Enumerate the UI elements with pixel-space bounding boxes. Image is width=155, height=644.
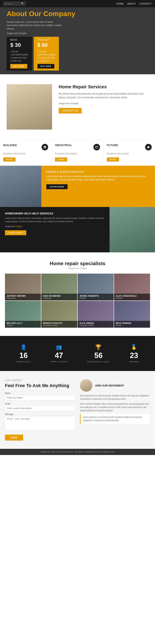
specialist-info-5: WALTER LILLY Partner xyxy=(5,321,41,328)
homeowner-panel: HOMEOWNER SELF-HELP SERVICES Lorem ipsum… xyxy=(0,207,109,252)
category-future: FUTURE Excepteur sint occaecat MORE xyxy=(103,140,155,166)
home-icon xyxy=(145,144,152,150)
stats-section: 👤 16 SPECIALISTS 👥 47 HAPPY CLIENTS 🏆 56… xyxy=(0,336,155,371)
industrial-more-button[interactable]: MORE xyxy=(55,158,67,162)
homeowner-image-note: Images from Freepik xyxy=(5,225,105,228)
email-field-group: Email xyxy=(5,402,75,411)
std-feature-2: 2,000 Email Previews xyxy=(37,53,55,56)
basic-features: 1 full user 1,000 Email Previews 5 conta… xyxy=(10,50,28,62)
email-label: Email xyxy=(5,402,75,405)
specialist-name-1: JEFFREY BROWN xyxy=(7,295,39,297)
basic-feature-4: 5 coffee cups xyxy=(10,59,28,62)
price-card-standard: STANDART $ 60 10 full user 2,000 Email P… xyxy=(34,37,59,70)
nav-contact[interactable]: CONTACT xyxy=(139,2,152,5)
contact-us-button[interactable]: CONTACT US xyxy=(59,108,82,114)
basic-feature-2: 1,000 Email Previews xyxy=(10,53,28,56)
specialist-info-2: BOB RICHMOND Craftsman xyxy=(41,294,77,300)
building-more-button[interactable]: MORE xyxy=(3,158,16,162)
name-input[interactable] xyxy=(5,395,75,400)
standard-buy-button[interactable]: BUY NOW xyxy=(37,64,54,68)
submit-button[interactable]: SEND xyxy=(5,434,23,440)
stat-cases-label: SUCCESSFUL CASES xyxy=(87,361,110,363)
cat-desc-future: Excepteur sint occaecat xyxy=(107,152,152,155)
basic-feature-1: 1 full user xyxy=(10,50,28,53)
stat-clients-label: HAPPY CLIENTS xyxy=(50,361,68,363)
stat-clients-number: 47 xyxy=(50,351,68,360)
contact-right-column: JOIN OUR MOVEMENT Every pleasure is to w… xyxy=(80,379,150,440)
standard-plan-name: STANDART xyxy=(37,39,55,41)
cat-title-building: BUILDING xyxy=(3,144,17,147)
specialist-card-6: MONICA POULIOT Associate Partner xyxy=(41,301,77,328)
homeowner-learn-more-button[interactable]: LEARN MORE xyxy=(5,230,26,235)
specialist-info-7: ALEX GREEN Associate Partner xyxy=(78,321,114,328)
specialist-info-8: MICK PARKER Partner xyxy=(114,321,150,328)
homeowner-title: HOMEOWNER SELF-HELP SERVICES xyxy=(5,212,105,215)
nav-about[interactable]: ABOUT xyxy=(127,2,136,5)
basic-buy-button[interactable]: BUY NOW xyxy=(10,64,27,68)
specialist-role-7: Associate Partner xyxy=(79,324,112,326)
specialists-grid: JEFFREY BROWN Handyman BOB RICHMOND Craf… xyxy=(5,274,150,328)
name-field-group: Name xyxy=(5,392,75,400)
cat-desc-industrial: Excepteur sint occaecat xyxy=(55,152,100,155)
search-icon: 🔍 xyxy=(21,2,24,5)
contact-form-column: OUR CONTACT Feel Free To Ask Me Anything… xyxy=(5,379,75,440)
freepik-link[interactable]: Freepik xyxy=(16,225,22,228)
movement-header: JOIN OUR MOVEMENT xyxy=(80,379,150,392)
specialist-name-7: ALEX GREEN xyxy=(79,322,112,324)
stat-awards: 🥇 23 AWARDS xyxy=(129,344,139,363)
search-input[interactable] xyxy=(5,2,21,5)
services-freepik: image from Freepik xyxy=(59,102,148,106)
specialist-role-1: Handyman xyxy=(7,297,39,299)
specialist-name-8: MICK PARKER xyxy=(116,322,148,324)
specialists-note: Images from Freepik xyxy=(5,267,150,270)
search-bar[interactable]: 🔍 xyxy=(3,2,26,6)
category-building: BUILDING Excepteur sint occaecat MORE xyxy=(0,140,52,166)
cat-title-future: FUTURE xyxy=(107,144,118,147)
message-input[interactable] xyxy=(5,416,75,430)
category-section: BUILDING Excepteur sint occaecat MORE IN… xyxy=(0,140,155,166)
nav-home[interactable]: HOME xyxy=(116,2,124,5)
specialists-title: Home repair specialists xyxy=(5,260,150,266)
dark-top: REPAIR & ACCESS SERVICES Lorem ipsum dol… xyxy=(0,166,155,207)
navbar: 🔍 HOME ABOUT CONTACT xyxy=(0,0,155,7)
specialist-info-1: JEFFREY BROWN Handyman xyxy=(5,294,41,300)
movement-title: JOIN OUR MOVEMENT xyxy=(95,384,124,387)
repair-access-label: REPAIR & ACCESS SERVICES xyxy=(46,171,150,173)
specialist-role-4: Plumber xyxy=(116,297,148,299)
specialist-role-3: Plumber xyxy=(79,297,112,299)
future-more-button[interactable]: MORE xyxy=(107,158,119,162)
stat-clients: 👥 47 HAPPY CLIENTS xyxy=(50,344,68,363)
specialist-card-4: ALEX GREENFIELD Plumber xyxy=(114,274,150,300)
movement-highlight: Every pleasure is to welcome pain avoide… xyxy=(80,414,150,424)
specialist-role-6: Associate Partner xyxy=(43,324,76,326)
hero-title: About Our Company xyxy=(7,10,148,18)
specialist-name-4: ALEX GREENFIELD xyxy=(116,295,148,297)
movement-p2: How is all this mistaken idea of denounc… xyxy=(80,402,150,412)
movement-p1: Every pleasure is to welcome pain avoide… xyxy=(80,394,150,401)
name-label: Name xyxy=(5,392,75,394)
hero-description: Sample large text. Lorem ipsum dolor sit… xyxy=(7,20,65,30)
contact-label: OUR CONTACT xyxy=(5,379,75,382)
factory-icon xyxy=(93,144,100,150)
category-industrial: INDUSTRIAL Excepteur sint occaecat MORE xyxy=(52,140,103,166)
message-field-group: Message xyxy=(5,413,75,431)
stat-awards-label: AWARDS xyxy=(129,361,139,363)
services-image xyxy=(7,84,52,130)
specialist-name-2: BOB RICHMOND xyxy=(43,295,76,297)
pricing-cards: BASIC $ 30 1 full user 1,000 Email Previ… xyxy=(7,37,148,70)
homeowner-description: Lorem ipsum dolor sit amet, consectetur … xyxy=(5,217,105,223)
contact-title: Feel Free To Ask Me Anything xyxy=(5,383,75,389)
cat-desc-building: Excepteur sint occaecat xyxy=(3,152,48,155)
specialist-name-3: JENNIE ROBERTS xyxy=(79,295,112,297)
specialist-card-7: ALEX GREEN Associate Partner xyxy=(78,301,114,328)
contact-section: OUR CONTACT Feel Free To Ask Me Anything… xyxy=(0,371,155,449)
email-input[interactable] xyxy=(5,406,75,411)
hero-section: About Our Company Sample large text. Lor… xyxy=(0,0,155,74)
price-card-basic: BASIC $ 30 1 full user 1,000 Email Previ… xyxy=(7,37,32,70)
learn-more-button[interactable]: LEARN MORE xyxy=(46,184,68,189)
stat-awards-number: 23 xyxy=(129,351,139,360)
standard-features: 10 full user 2,000 Email Previews 10 con… xyxy=(37,50,55,62)
specialist-info-4: ALEX GREENFIELD Plumber xyxy=(114,294,150,300)
stat-specialists-number: 16 xyxy=(16,351,31,360)
building-icon xyxy=(42,144,48,150)
